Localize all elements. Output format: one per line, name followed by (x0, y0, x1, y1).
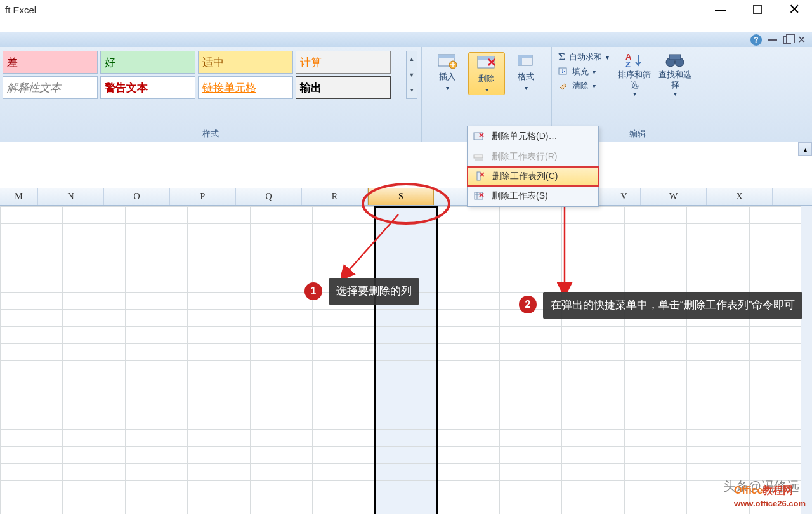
column-header-selected[interactable]: S (368, 188, 434, 205)
find-select-button[interactable]: 查找和选择▾ (657, 51, 693, 98)
cell[interactable] (624, 378, 686, 395)
cell[interactable] (687, 430, 749, 447)
cell[interactable] (250, 464, 312, 481)
cell[interactable] (125, 378, 187, 395)
cell[interactable] (188, 310, 250, 327)
cell[interactable] (624, 275, 686, 293)
cell[interactable] (250, 378, 312, 395)
cell[interactable] (1, 378, 63, 395)
cell[interactable] (250, 207, 312, 224)
cell[interactable] (1, 481, 63, 498)
cell[interactable] (125, 293, 187, 310)
cell[interactable] (188, 224, 250, 241)
cell[interactable] (63, 447, 125, 464)
cell[interactable] (687, 224, 749, 241)
cell[interactable] (188, 464, 250, 481)
cell[interactable] (125, 395, 187, 412)
cell[interactable] (500, 481, 562, 498)
cell[interactable] (1, 327, 63, 344)
cell[interactable] (562, 412, 624, 430)
cell[interactable] (624, 498, 686, 515)
cell[interactable] (312, 327, 374, 344)
spreadsheet-grid[interactable] (0, 206, 812, 514)
cell[interactable] (624, 207, 686, 224)
column-header[interactable]: Q (236, 188, 302, 205)
cell[interactable] (437, 395, 499, 412)
cell[interactable] (125, 327, 187, 344)
ribbon-close-button[interactable]: ✕ (797, 34, 806, 46)
cell[interactable] (624, 464, 686, 481)
cell[interactable] (375, 344, 437, 361)
cell[interactable] (562, 447, 624, 464)
cell[interactable] (188, 395, 250, 412)
cell[interactable] (312, 378, 374, 395)
cell[interactable] (250, 275, 312, 293)
cell[interactable] (312, 430, 374, 447)
cell[interactable] (687, 344, 749, 361)
cell[interactable] (624, 258, 686, 275)
cell[interactable] (63, 327, 125, 344)
style-explanatory[interactable]: 解释性文本 (3, 76, 98, 99)
cell[interactable] (437, 430, 499, 447)
cell[interactable] (125, 275, 187, 293)
cell[interactable] (1, 275, 63, 293)
cell[interactable] (375, 378, 437, 395)
cell[interactable] (437, 498, 499, 515)
column-header[interactable]: O (104, 188, 170, 205)
cell[interactable] (624, 395, 686, 412)
format-button[interactable]: 格式 ▾ (508, 52, 544, 95)
cell[interactable] (125, 241, 187, 258)
cell[interactable] (63, 293, 125, 310)
column-header[interactable] (434, 188, 459, 205)
cell[interactable] (687, 327, 749, 344)
column-header[interactable]: P (170, 188, 236, 205)
cell[interactable] (312, 447, 374, 464)
cell[interactable] (687, 412, 749, 430)
cell[interactable] (687, 241, 749, 258)
cell[interactable] (375, 327, 437, 344)
cell[interactable] (125, 344, 187, 361)
cell[interactable] (687, 378, 749, 395)
cell[interactable] (437, 464, 499, 481)
cell[interactable] (562, 498, 624, 515)
cell[interactable] (437, 241, 499, 258)
column-header[interactable]: N (38, 188, 104, 205)
fill-button[interactable]: 填充 ▾ (556, 66, 612, 77)
cell[interactable] (63, 361, 125, 378)
cell[interactable] (1, 344, 63, 361)
cell[interactable] (1, 498, 63, 515)
cell[interactable] (125, 207, 187, 224)
cell[interactable] (1, 207, 63, 224)
cell[interactable] (375, 447, 437, 464)
cell[interactable] (312, 412, 374, 430)
cell[interactable] (63, 207, 125, 224)
cell[interactable] (312, 464, 374, 481)
cell[interactable] (125, 447, 187, 464)
cell[interactable] (562, 344, 624, 361)
style-warning[interactable]: 警告文本 (100, 76, 195, 99)
cell[interactable] (63, 275, 125, 293)
cell[interactable] (312, 361, 374, 378)
window-minimize-button[interactable]: — (708, 3, 733, 16)
cell[interactable] (312, 310, 374, 327)
cell[interactable] (624, 361, 686, 378)
cell[interactable] (437, 224, 499, 241)
style-neutral[interactable]: 适中 (198, 51, 293, 74)
scroll-up-button[interactable]: ▴ (798, 142, 812, 156)
cell[interactable] (437, 293, 499, 310)
cell[interactable] (125, 258, 187, 275)
cell[interactable] (1, 361, 63, 378)
menu-delete-cells[interactable]: 删除单元格(D)… (468, 126, 598, 147)
cell[interactable] (375, 498, 437, 515)
cell[interactable] (437, 327, 499, 344)
cell[interactable] (437, 344, 499, 361)
cell[interactable] (437, 310, 499, 327)
cell[interactable] (375, 310, 437, 327)
cell[interactable] (250, 224, 312, 241)
cell[interactable] (500, 464, 562, 481)
cell[interactable] (500, 378, 562, 395)
scroll-down-icon[interactable]: ▼ (407, 67, 417, 83)
cell[interactable] (188, 481, 250, 498)
cell[interactable] (687, 207, 749, 224)
cell[interactable] (500, 447, 562, 464)
